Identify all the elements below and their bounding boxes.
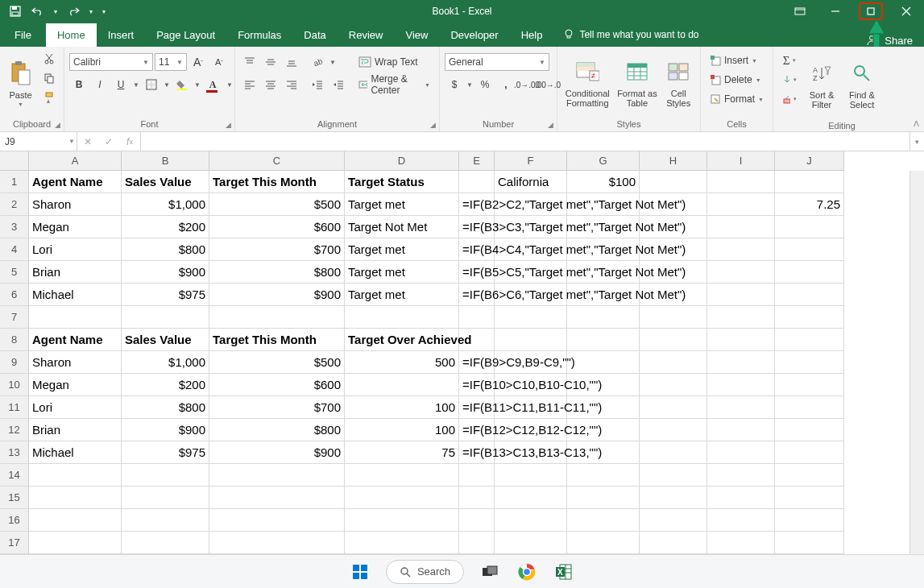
percent-button[interactable]: % (475, 76, 495, 93)
column-header-I[interactable]: I (707, 151, 775, 171)
row-header-10[interactable]: 10 (0, 374, 29, 396)
formula-bar[interactable] (141, 132, 909, 151)
cell-I4[interactable] (707, 238, 775, 261)
cell-J3[interactable] (775, 216, 844, 238)
row-header-12[interactable]: 12 (0, 419, 29, 441)
cell-B11[interactable]: $800 (122, 396, 209, 419)
paste-button[interactable]: Paste ▼ (5, 50, 36, 114)
cell-H14[interactable] (640, 464, 707, 487)
minimize-button[interactable] (818, 0, 853, 23)
cell-B12[interactable]: $900 (122, 419, 209, 441)
cell-B1[interactable]: Sales Value (122, 171, 209, 193)
cell-I9[interactable] (707, 351, 775, 374)
accounting-dropdown[interactable]: ▼ (466, 81, 474, 89)
tab-review[interactable]: Review (338, 23, 395, 47)
increase-font-button[interactable]: Aˆ (189, 53, 208, 71)
cell-G1[interactable]: $100 (567, 171, 640, 193)
decrease-font-button[interactable]: Aˇ (209, 53, 229, 71)
align-center-button[interactable] (261, 76, 280, 93)
cell-H9[interactable] (640, 351, 707, 374)
share-button[interactable]: Share (856, 34, 924, 47)
cell-I5[interactable] (707, 261, 775, 284)
cell-G15[interactable] (567, 487, 640, 509)
cell-J8[interactable] (775, 329, 844, 351)
cell-B2[interactable]: $1,000 (122, 193, 209, 216)
cell-J10[interactable] (775, 374, 844, 396)
cell-J1[interactable] (775, 171, 844, 193)
clear-button[interactable]: ▾ (778, 90, 801, 108)
cell-D12[interactable]: 100 (345, 419, 459, 441)
enter-formula-button[interactable]: ✓ (98, 136, 119, 147)
cell-I11[interactable] (707, 396, 775, 419)
decrease-decimal-button[interactable]: .00→.0 (538, 76, 557, 93)
cell-D2[interactable]: Target met (345, 193, 459, 216)
cell-I2[interactable] (707, 193, 775, 216)
cell-B3[interactable]: $200 (122, 216, 209, 238)
cell-E6[interactable]: =IF(B6>C6,"Target met","Target Not Met") (459, 284, 495, 306)
cell-H1[interactable] (640, 171, 707, 193)
column-header-B[interactable]: B (122, 151, 209, 171)
cell-J9[interactable] (775, 351, 844, 374)
column-header-G[interactable]: G (567, 151, 640, 171)
undo-dropdown[interactable]: ▼ (52, 2, 60, 20)
cell-C15[interactable] (209, 487, 345, 509)
cell-A1[interactable]: Agent Name (29, 171, 122, 193)
cell-C7[interactable] (209, 306, 345, 329)
format-cells-button[interactable]: Format▼ (706, 90, 768, 108)
select-all-button[interactable] (0, 151, 29, 171)
increase-indent-button[interactable] (329, 76, 348, 93)
cell-E16[interactable] (459, 509, 495, 532)
row-header-7[interactable]: 7 (0, 306, 29, 329)
cell-A9[interactable]: Sharon (29, 351, 122, 374)
cell-C1[interactable]: Target This Month (209, 171, 345, 193)
font-name-combo[interactable]: Calibri▼ (69, 53, 153, 71)
row-header-1[interactable]: 1 (0, 171, 29, 193)
cell-J7[interactable] (775, 306, 844, 329)
cell-B5[interactable]: $900 (122, 261, 209, 284)
underline-dropdown[interactable]: ▼ (132, 81, 140, 89)
column-header-C[interactable]: C (209, 151, 345, 171)
row-header-17[interactable]: 17 (0, 532, 29, 554)
conditional-formatting-button[interactable]: ≠ Conditional Formatting (562, 50, 612, 114)
name-box[interactable]: J9▼ (0, 132, 77, 151)
column-header-A[interactable]: A (29, 151, 122, 171)
cell-J12[interactable] (775, 419, 844, 441)
cell-D11[interactable]: 100 (345, 396, 459, 419)
align-top-button[interactable] (240, 53, 259, 71)
row-header-15[interactable]: 15 (0, 487, 29, 509)
row-header-4[interactable]: 4 (0, 238, 29, 261)
cell-I8[interactable] (707, 329, 775, 351)
redo-button[interactable] (64, 2, 82, 20)
underline-button[interactable]: U (111, 76, 131, 93)
cell-J14[interactable] (775, 464, 844, 487)
cell-E8[interactable] (459, 329, 495, 351)
cell-E12[interactable]: =IF(B12>C12,B12-C12,"") (459, 419, 495, 441)
undo-button[interactable] (29, 2, 47, 20)
tab-insert[interactable]: Insert (97, 23, 146, 47)
cell-G8[interactable] (567, 329, 640, 351)
cell-H13[interactable] (640, 441, 707, 464)
cell-D5[interactable]: Target met (345, 261, 459, 284)
decrease-indent-button[interactable] (308, 76, 327, 93)
qat-customize[interactable]: ▼ (100, 2, 108, 20)
wrap-text-button[interactable]: Wrap Text (354, 53, 434, 71)
cell-H16[interactable] (640, 509, 707, 532)
cell-B15[interactable] (122, 487, 209, 509)
cell-G7[interactable] (567, 306, 640, 329)
cell-F16[interactable] (495, 509, 567, 532)
merge-center-button[interactable]: Merge & Center ▼ (354, 76, 434, 93)
cell-C14[interactable] (209, 464, 345, 487)
cell-B14[interactable] (122, 464, 209, 487)
cell-G16[interactable] (567, 509, 640, 532)
cancel-formula-button[interactable]: ✕ (77, 136, 98, 147)
column-header-D[interactable]: D (345, 151, 459, 171)
cell-D10[interactable] (345, 374, 459, 396)
excel-taskbar-icon[interactable]: X (553, 561, 575, 583)
cell-D8[interactable]: Target Over Achieved (345, 329, 459, 351)
cell-D14[interactable] (345, 464, 459, 487)
column-header-E[interactable]: E (459, 151, 495, 171)
cell-E9[interactable]: =IF(B9>C9,B9-C9,"") (459, 351, 495, 374)
cell-D6[interactable]: Target met (345, 284, 459, 306)
cell-E3[interactable]: =IF(B3>C3,"Target met","Target Not Met") (459, 216, 495, 238)
cell-G9[interactable] (567, 351, 640, 374)
